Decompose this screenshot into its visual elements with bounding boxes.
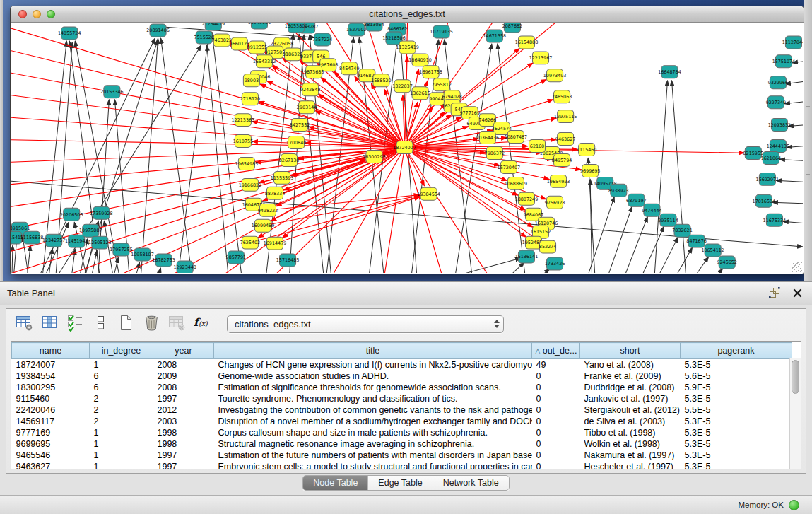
graph-node-label: 1610755 (233, 139, 253, 144)
window-resize-grip[interactable] (792, 262, 802, 272)
delete-column-button[interactable] (142, 315, 160, 333)
float-panel-button[interactable] (768, 286, 781, 299)
table-row[interactable]: 1938455462009Genome-wide association stu… (12, 370, 792, 382)
table-row[interactable]: 977716911998Corpus callosum shape and si… (12, 427, 792, 438)
citation-edge-black (776, 180, 803, 183)
graph-node-label: 1621064 (761, 156, 781, 161)
graph-node-label: 2087682 (502, 23, 522, 29)
graph-node-label: 8938923 (608, 188, 628, 194)
network-window-titlebar[interactable]: citations_edges.txt (11, 6, 804, 23)
tab-edge-table[interactable]: Edge Table (368, 476, 433, 490)
cell-in_degree: 2 (90, 416, 153, 427)
table-row[interactable]: 946554611997Estimation of the future num… (12, 450, 792, 461)
graph-node-label: 1615152 (531, 229, 551, 235)
graph-node-label: 62160 (530, 144, 544, 149)
delete-table-icon (168, 314, 186, 334)
graph-node-label: 8466162 (387, 26, 407, 32)
graph-node-label: 16154808 (515, 40, 539, 45)
column-header-name[interactable]: name (12, 343, 90, 359)
citation-edge-red (403, 95, 404, 139)
dropdown-arrows-icon (490, 316, 503, 332)
column-header-short[interactable]: short (580, 343, 681, 359)
column-header-pagerank[interactable]: pagerank (681, 343, 792, 359)
graph-node-label: 19654985 (235, 161, 259, 167)
graph-node-label: 1322037 (392, 83, 412, 89)
citation-edge-black (578, 197, 614, 273)
memory-ok-indicator-icon (789, 500, 799, 510)
table-row[interactable]: 1872400712008Changes of HCN gene express… (12, 359, 792, 371)
splitter-handle-icon (806, 174, 810, 175)
column-header-title[interactable]: title (214, 343, 532, 359)
network-window[interactable]: citations_edges.txt 14055724208914062125… (10, 6, 804, 274)
graph-node-label: 8427552 (290, 122, 310, 128)
show-column-button[interactable] (40, 315, 59, 333)
cell-title: Changes of HCN gene expression and I(f) … (214, 359, 532, 371)
cell-name: 9699695 (12, 438, 90, 450)
cell-name: 18300295 (12, 382, 90, 393)
table-mode-button[interactable] (15, 315, 33, 333)
delete-table-button[interactable] (167, 315, 186, 333)
table-row[interactable]: 911546021997Tourette syndrome. Phenomeno… (12, 393, 792, 404)
graph-node-label: 12975115 (554, 114, 577, 119)
graph-node-label: 12444135 (767, 144, 790, 149)
graph-node-label: 12923448 (173, 264, 196, 270)
table-panel-title: Table Panel (7, 288, 55, 298)
table-row[interactable]: 1830029562008Estimation of significance … (12, 382, 792, 393)
graph-node-label: 6794028 (442, 94, 461, 100)
tab-node-table[interactable]: Node Table (303, 476, 368, 490)
right-splitter[interactable] (804, 0, 812, 281)
citation-edge-red (404, 148, 450, 273)
float-icon (769, 287, 780, 298)
cell-in_degree: 2 (90, 393, 153, 404)
cell-year: 1997 (153, 393, 214, 404)
citation-graph[interactable]: 1405572420891406212544191694910010653287… (11, 23, 803, 273)
cell-name: 9777169 (12, 427, 90, 438)
graph-node-label: 9245652 (717, 259, 736, 265)
select-columns-icon (66, 314, 84, 334)
cell-title: Genome-wide association studies in ADHD. (214, 370, 532, 382)
column-header-out_de[interactable]: △out_de... (532, 343, 580, 359)
cell-name: 18724007 (12, 359, 90, 371)
graph-node-label: 18807249 (515, 197, 539, 202)
graph-node-label: 17957255 (110, 247, 133, 252)
citation-edge-black (644, 237, 678, 273)
column-header-in_degree[interactable]: in_degree (90, 343, 153, 359)
cell-short: Stergiakouli et al. (2012) (580, 404, 681, 416)
graph-node-label: 21254419 (201, 23, 225, 27)
cell-in_degree: 6 (90, 382, 153, 393)
status-bar: Memory: OK (0, 495, 812, 514)
table-row[interactable]: 2242004622012Investigating the contribut… (12, 404, 792, 416)
graph-node-label: 7625402 (240, 240, 260, 245)
cell-short: de Silva et al. (2003) (580, 416, 681, 427)
cell-in_degree: 2 (90, 404, 153, 416)
table-row[interactable]: 946362711997Embryonic stem cells: a mode… (12, 461, 792, 469)
cell-year: 2009 (153, 370, 214, 382)
graph-node-label: 15751074 (772, 59, 796, 64)
graph-node-label: 9227349 (766, 100, 786, 105)
function-builder-button[interactable]: f(x) (193, 315, 211, 333)
table-row[interactable]: 1456911722003Disruption of a novel membe… (12, 416, 792, 427)
graph-node-label: 16648784 (658, 69, 681, 75)
create-column-button[interactable] (117, 315, 135, 333)
tab-network-table[interactable]: Network Table (433, 476, 509, 490)
network-canvas[interactable]: 1405572420891406212544191694910010653287… (11, 23, 803, 273)
row-height-button[interactable] (91, 315, 110, 333)
table-select-dropdown[interactable]: citations_edges.txt (227, 315, 504, 333)
graph-node-label: 15136141 (515, 254, 539, 259)
graph-node-label: 10654112 (701, 247, 724, 253)
scrollbar-thumb[interactable] (792, 360, 799, 394)
select-columns-button[interactable] (66, 315, 84, 333)
column-header-year[interactable]: year (153, 343, 214, 359)
graph-node-label: 15720407 (498, 165, 521, 170)
table-row[interactable]: 969969511998Structural magnetic resonanc… (12, 438, 792, 450)
citation-edge-black (676, 257, 709, 273)
cell-pagerank: 5.3E-5 (681, 461, 792, 469)
close-panel-button[interactable] (791, 286, 804, 299)
graph-node-label: 9857791 (226, 255, 246, 260)
cell-in_degree: 1 (90, 359, 153, 371)
graph-node-label: 746266 (479, 117, 496, 123)
cell-short: Dudbridge et al. (2008) (580, 382, 681, 393)
graph-node-label: 17016504 (753, 199, 776, 204)
table-scrollbar[interactable] (789, 358, 801, 469)
citation-edge-black (445, 40, 476, 273)
